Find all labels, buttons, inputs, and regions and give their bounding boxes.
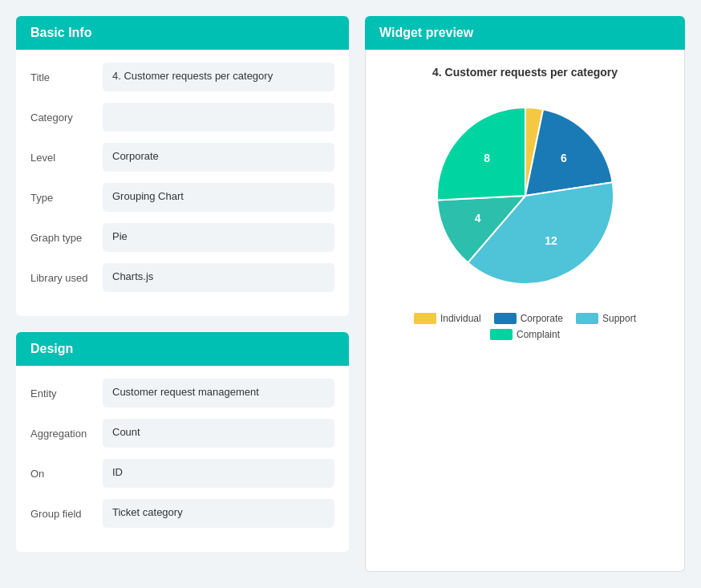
field-value[interactable]: Charts.js	[103, 263, 334, 292]
pie-segment	[437, 107, 525, 201]
pie-label: 12	[545, 234, 557, 247]
field-row: Graph type Pie	[30, 223, 334, 252]
field-value[interactable]: Ticket category	[103, 499, 334, 528]
pie-label: 6	[560, 152, 566, 164]
field-label: Aggregation	[30, 428, 103, 440]
field-label: Graph type	[30, 232, 103, 244]
chart-legend: Individual Corporate Support Complaint	[382, 313, 668, 340]
left-panel: Basic Info Title 4. Customer requests pe…	[16, 16, 349, 572]
basic-info-header: Basic Info	[16, 16, 349, 50]
design-header: Design	[16, 332, 349, 366]
field-value[interactable]: Customer request management	[103, 379, 334, 408]
field-row: Group field Ticket category	[30, 499, 334, 528]
legend-item: Support	[576, 313, 636, 324]
pie-chart-svg: 61248	[421, 91, 630, 300]
field-row: Entity Customer request management	[30, 379, 334, 408]
field-row: Type Grouping Chart	[30, 183, 334, 212]
legend-label: Corporate	[521, 313, 563, 324]
right-panel: Widget preview 4. Customer requests per …	[365, 16, 685, 572]
legend-color	[490, 329, 513, 340]
design-body: Entity Customer request management Aggre…	[16, 366, 349, 552]
field-value[interactable]: Count	[103, 419, 334, 448]
field-label: Category	[30, 112, 103, 124]
widget-header: Widget preview	[365, 16, 685, 50]
field-value[interactable]: Corporate	[103, 143, 334, 172]
field-value[interactable]: Grouping Chart	[103, 183, 334, 212]
legend-label: Support	[602, 313, 636, 324]
legend-item: Individual	[414, 313, 481, 324]
field-value[interactable]: 4. Customer requests per category	[103, 63, 334, 91]
design-section: Design Entity Customer request managemen…	[16, 332, 349, 568]
field-label: Level	[30, 152, 103, 164]
basic-info-section: Basic Info Title 4. Customer requests pe…	[16, 16, 349, 332]
field-label: Library used	[30, 272, 103, 284]
legend-label: Complaint	[517, 329, 560, 340]
field-row: Aggregation Count	[30, 419, 334, 448]
field-label: Type	[30, 192, 103, 204]
field-label: Entity	[30, 387, 103, 399]
field-label: Title	[30, 71, 103, 83]
field-row: On ID	[30, 459, 334, 488]
legend-item: Complaint	[490, 329, 560, 340]
field-label: On	[30, 468, 103, 480]
legend-color	[576, 313, 598, 324]
field-value[interactable]: Pie	[103, 223, 334, 252]
field-row: Category	[30, 103, 334, 132]
legend-label: Individual	[440, 313, 481, 324]
field-row: Level Corporate	[30, 143, 334, 172]
field-row: Library used Charts.js	[30, 263, 334, 292]
legend-item: Corporate	[494, 313, 563, 324]
basic-info-body: Title 4. Customer requests per category …	[16, 50, 349, 316]
pie-label: 8	[484, 152, 490, 164]
legend-color	[414, 313, 436, 324]
field-value[interactable]: ID	[103, 459, 334, 488]
field-value[interactable]	[103, 103, 334, 132]
field-row: Title 4. Customer requests per category	[30, 63, 334, 91]
pie-label: 4	[474, 212, 480, 225]
pie-chart: 61248	[421, 91, 630, 300]
legend-color	[494, 313, 517, 324]
chart-title: 4. Customer requests per category	[382, 66, 668, 79]
widget-body: 4. Customer requests per category 61248 …	[365, 50, 685, 572]
field-label: Group field	[30, 508, 103, 520]
